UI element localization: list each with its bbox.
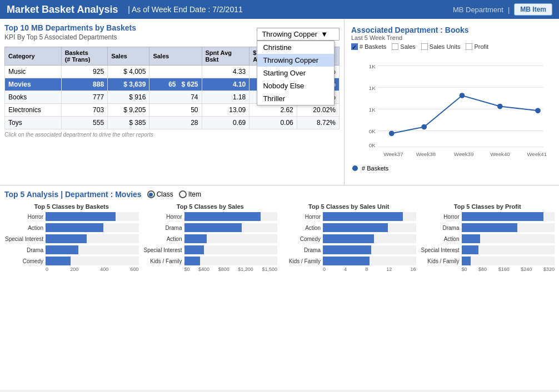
bar-track [46, 257, 139, 265]
chart-point-week39 [460, 93, 465, 98]
chart-area: Associated Department : Books Last 5 Wee… [349, 23, 555, 174]
chart-subtitle: Last 5 Week Trend [351, 34, 552, 41]
dropdown-option-nobody-else[interactable]: Nobody Else [257, 79, 334, 92]
bar-row: Action [421, 234, 555, 243]
cell-spnt: 4.33 [202, 66, 249, 78]
bar-row: Special Interest [143, 245, 278, 254]
chart-legend-bottom: # Baskets [351, 164, 552, 172]
dropdown-option-throwing-copper[interactable]: Throwing Copper [257, 54, 334, 67]
table-row[interactable]: Toys 555 $ 385 28 0.69 0.06 8.72% [5, 117, 340, 129]
svg-text:Week40: Week40 [490, 151, 510, 157]
cell-spnt: 13.09 [202, 104, 249, 117]
cell-profit: 2.62 [249, 104, 297, 117]
radio-class[interactable]: Class [147, 190, 173, 198]
chart-sales-unit-title: Top 5 Classes by Sales Unit [282, 203, 416, 210]
bar-row: Horror [421, 212, 555, 221]
chart-baskets: Top 5 Classes by Baskets Horror Action S… [4, 203, 139, 272]
legend-checkbox-baskets: ✓ [351, 43, 358, 50]
bar-label: Action [143, 236, 182, 242]
bar-label: Drama [143, 225, 182, 231]
legend-label-profit: Profit [474, 43, 488, 50]
svg-text:Week41: Week41 [527, 151, 547, 157]
chart-sales: Top 5 Classes by Sales Horror Drama Acti… [143, 203, 278, 272]
bar-label: Drama [282, 247, 321, 253]
cell-sales2: 65 $ 625 [149, 78, 202, 91]
bar-label: Special Interest [143, 247, 182, 253]
bar-track [184, 257, 278, 265]
legend-baskets[interactable]: ✓ # Baskets [351, 43, 386, 50]
radio-group: Class Item [147, 190, 201, 198]
cell-sales2: 74 [149, 91, 202, 104]
bar-fill [46, 234, 87, 243]
cell-category: Movies [5, 78, 62, 91]
col-spnt: Spnt AvgBskt [202, 47, 249, 66]
cell-sales2 [149, 66, 202, 78]
bar-track [323, 223, 416, 232]
dropdown-option-christine[interactable]: Christine [257, 41, 334, 54]
cell-category: Books [5, 91, 62, 104]
baskets-legend-icon [351, 164, 359, 172]
bar-track [323, 234, 416, 243]
bar-fill [462, 234, 481, 243]
bar-fill [184, 245, 204, 254]
bar-row: Action [4, 223, 139, 232]
legend-checkbox-sales [392, 43, 398, 50]
top-left-title: Top 10 MB Departments by Baskets [4, 23, 136, 32]
bar-track [462, 245, 555, 254]
axis-labels: 0481216 [282, 267, 416, 272]
bar-track [462, 257, 555, 265]
chart-legend: ✓ # Baskets Sales Sales Units Profit [351, 43, 552, 50]
bar-label: Kids / Family [421, 258, 460, 264]
bar-track [46, 223, 139, 232]
bar-track [46, 212, 139, 221]
bar-label: Horror [4, 214, 43, 220]
mb-item-button[interactable]: MB Item [514, 3, 552, 16]
header: Market Basket Analysis | As of Week End … [0, 0, 559, 19]
analysis-header: Top 5 Analysis | Department : Movies Cla… [4, 190, 555, 199]
bar-fill [462, 212, 543, 221]
bar-label: Action [4, 225, 43, 231]
bar-fill [46, 223, 103, 232]
bar-chart-sales: Horror Drama Action Special Interest [143, 212, 278, 265]
cell-baskets: 703 [61, 104, 107, 117]
dropdown-option-starting-over[interactable]: Starting Over [257, 67, 334, 79]
analysis-title: Top 5 Analysis | Department : Movies [4, 190, 142, 199]
cell-profit: 0.06 [249, 117, 297, 129]
dropdown-trigger[interactable]: Throwing Copper ▼ [257, 28, 340, 41]
chart-title: Associated Department : Books [351, 26, 552, 34]
radio-item-option[interactable]: Item [179, 190, 201, 198]
bar-label: Horror [143, 214, 182, 220]
col-sales2: Sales [149, 47, 202, 66]
click-hint: Click on the associated department to dr… [4, 132, 340, 138]
svg-text:0K: 0K [369, 142, 376, 148]
radio-dot-class [147, 190, 155, 198]
dropdown-option-thriller[interactable]: Thriller [257, 92, 334, 105]
bar-row: Kids / Family [282, 257, 416, 265]
axis-labels: 0200400600 [4, 267, 139, 272]
bar-track [184, 212, 278, 221]
bar-fill [323, 234, 374, 243]
bar-track [184, 223, 278, 232]
mb-department-label[interactable]: MB Department [453, 6, 503, 14]
chart-sales-unit: Top 5 Classes by Sales Unit Horror Actio… [282, 203, 416, 272]
bar-fill [46, 257, 71, 265]
bar-label: Horror [282, 214, 321, 220]
radio-dot-item [179, 190, 187, 198]
bar-fill [184, 223, 242, 232]
bar-fill [323, 245, 371, 254]
chart-profit-title: Top 5 Classes by Profit [421, 203, 555, 210]
bar-row: Action [143, 234, 278, 243]
cell-baskets: 925 [61, 66, 107, 78]
legend-profit[interactable]: Profit [466, 43, 488, 50]
bar-label: Kids / Family [143, 258, 182, 264]
table-row[interactable]: Electronics 703 $ 9,205 50 13.09 2.62 20… [5, 104, 340, 117]
bar-row: Special Interest [421, 245, 555, 254]
cell-category: Toys [5, 117, 62, 129]
bar-label: Special Interest [421, 247, 460, 253]
legend-sales-units[interactable]: Sales Units [421, 43, 461, 50]
legend-sales[interactable]: Sales [392, 43, 416, 50]
axis-labels: $0$80$160$240$320 [421, 267, 555, 272]
cell-baskets: 777 [61, 91, 107, 104]
chart-point-week38 [421, 124, 427, 130]
bar-row: Comedy [282, 234, 416, 243]
